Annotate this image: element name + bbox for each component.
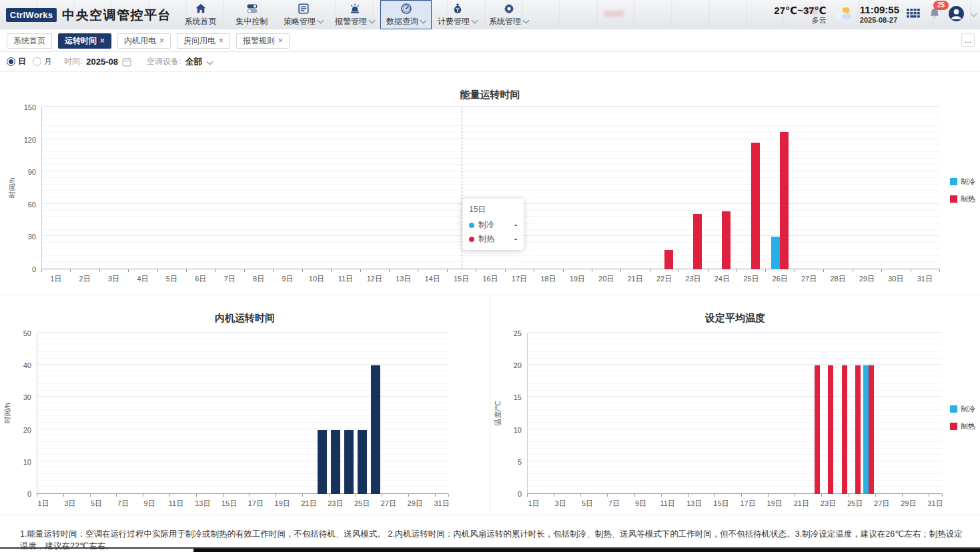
legend-label: 制冷: [961, 404, 975, 414]
tab-报警规则[interactable]: 报警规则×: [236, 33, 290, 49]
time-filter-value[interactable]: 2025-08: [86, 57, 118, 67]
indoor-unit-bar-23[interactable]: [331, 430, 340, 494]
x-axis-tick: [929, 494, 929, 497]
heating-bar-24[interactable]: [842, 365, 847, 494]
nav-item-gear[interactable]: 系统管理: [483, 0, 534, 29]
x-tick-label: 19日: [563, 274, 591, 284]
x-axis-tick: [527, 494, 528, 497]
x-tick-label: 15日: [215, 499, 243, 509]
gridline: [528, 448, 942, 449]
tab-运转时间[interactable]: 运转时间×: [58, 33, 111, 49]
x-tick-label: 21日: [787, 499, 815, 509]
gridline: [528, 480, 942, 481]
gridline: [528, 486, 942, 487]
tab-bar: 系统首页运转时间×内机用电×房间用电×报警规则× …: [0, 29, 980, 52]
heating-bar-25[interactable]: [855, 365, 861, 494]
nav-item-data-query[interactable]: 数据查询: [380, 0, 432, 29]
x-tick-label: 1日: [520, 499, 548, 509]
nav-item-billing[interactable]: 计费管理: [432, 0, 483, 29]
gridline: [37, 409, 448, 410]
tab-label: 内机用电: [124, 35, 156, 47]
heating-bar-23[interactable]: [828, 365, 833, 494]
nav-item-toggle[interactable]: 集中控制: [226, 0, 278, 29]
x-axis-tick: [902, 494, 903, 497]
x-axis-tick: [196, 494, 197, 497]
gridline: [528, 364, 942, 365]
x-axis-tick: [580, 494, 581, 497]
apps-grid-icon[interactable]: [906, 7, 921, 22]
heating-bar-26[interactable]: [869, 365, 874, 494]
x-tick-label: 19日: [761, 499, 789, 509]
x-tick-label: 29日: [895, 499, 923, 509]
indoor-unit-bar-26[interactable]: [371, 365, 380, 494]
weather-desc: 多云: [812, 16, 827, 25]
chevron-down-icon: [472, 17, 478, 24]
x-tick-label: 21日: [621, 274, 649, 284]
x-axis-tick: [823, 269, 824, 272]
tab-系统首页[interactable]: 系统首页: [7, 33, 52, 49]
heating-bar-24[interactable]: [722, 211, 730, 269]
gridline: [42, 145, 939, 145]
avatar[interactable]: [948, 5, 965, 25]
x-tick-label: 27日: [868, 499, 896, 509]
indoor-unit-bar-25[interactable]: [358, 430, 367, 494]
clock-widget: 11:09:55 2025-08-27: [860, 4, 899, 25]
radio-day[interactable]: 日: [7, 56, 26, 67]
weather-icon: [833, 5, 853, 24]
close-icon[interactable]: ×: [219, 37, 223, 45]
x-axis-tick: [563, 269, 564, 272]
cooling-bar-26[interactable]: [863, 365, 869, 494]
device-filter-value[interactable]: 全部: [185, 56, 202, 68]
close-icon[interactable]: ×: [100, 37, 105, 45]
notification-badge: 25: [933, 1, 949, 10]
x-tick-label: 18日: [534, 274, 562, 284]
series-dot: [469, 223, 474, 228]
gridline: [528, 415, 942, 416]
indoor-unit-bar-24[interactable]: [344, 430, 354, 494]
heating-bar-22[interactable]: [815, 365, 820, 494]
app-logo: CtrlWorks: [6, 8, 57, 22]
gridline: [528, 435, 942, 435]
close-icon[interactable]: ×: [278, 37, 283, 45]
x-tick-label: 13日: [189, 499, 217, 509]
x-axis-tick: [765, 269, 766, 272]
heating-bar-23[interactable]: [693, 214, 702, 269]
gridline: [37, 339, 448, 339]
heating-bar-26[interactable]: [780, 132, 789, 269]
close-icon[interactable]: ×: [159, 37, 164, 45]
cooling-bar-26[interactable]: [771, 237, 780, 269]
user-menu-chevron-icon[interactable]: [971, 10, 977, 17]
radio-month-control[interactable]: [33, 57, 41, 66]
legend-item-cooling[interactable]: 制冷: [950, 404, 975, 414]
legend-item-heating[interactable]: 制热: [950, 421, 975, 431]
tab-房间用电[interactable]: 房间用电×: [177, 33, 230, 49]
x-tick-label: 15日: [448, 274, 476, 284]
x-tick-label: 2日: [71, 274, 99, 284]
nav-item-label: 数据查询: [386, 16, 426, 27]
nav-item-strategy[interactable]: 策略管理: [278, 0, 329, 29]
y-tick-label: 15: [499, 393, 522, 401]
x-axis-tick: [448, 494, 449, 497]
x-tick-label: 9日: [135, 499, 163, 509]
device-chevron-down-icon[interactable]: [207, 59, 213, 65]
tooltip-series-value: -: [514, 221, 517, 230]
tabs-more-button[interactable]: …: [961, 33, 975, 47]
indoor-unit-bar-22[interactable]: [318, 430, 327, 494]
nav-item-home[interactable]: 系统首页: [175, 0, 226, 29]
y-tick-label: 150: [13, 103, 36, 111]
radio-day-control[interactable]: [7, 57, 15, 66]
tab-内机用电[interactable]: 内机用电×: [117, 33, 171, 49]
heating-bar-25[interactable]: [751, 143, 760, 269]
heating-bar-22[interactable]: [664, 250, 673, 269]
plot-area: [527, 333, 942, 494]
x-tick-label: 25日: [737, 274, 765, 284]
notification-bell[interactable]: 25: [928, 7, 941, 23]
legend-item-cooling[interactable]: 制冷: [950, 177, 975, 187]
gridline: [37, 371, 448, 371]
legend-label: 制热: [961, 421, 975, 431]
nav-item-alarm[interactable]: 报警管理: [329, 0, 380, 29]
calendar-icon[interactable]: [121, 57, 132, 67]
legend-item-heating[interactable]: 制热: [950, 194, 975, 204]
radio-month[interactable]: 月: [33, 56, 52, 67]
tab-label: 运转时间: [65, 35, 97, 47]
